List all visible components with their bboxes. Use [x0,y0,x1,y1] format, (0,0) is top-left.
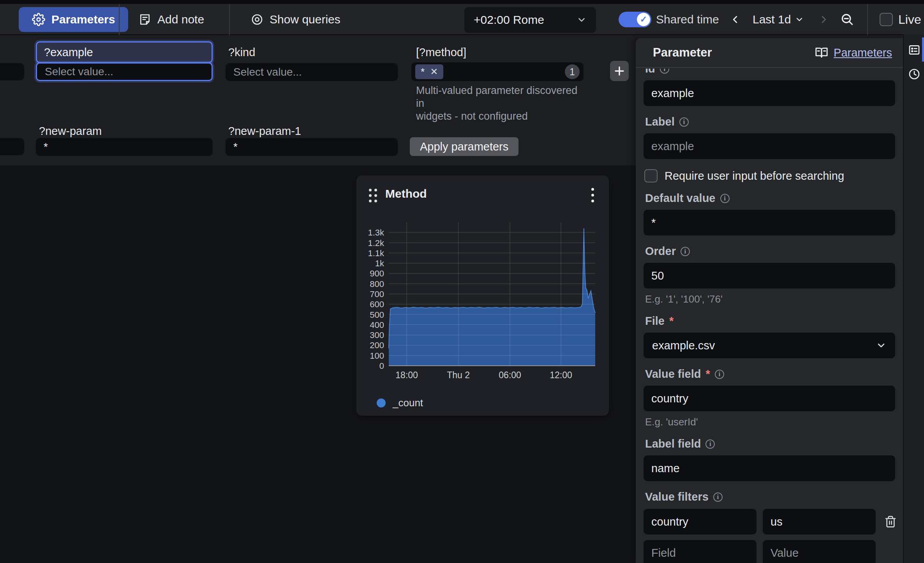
show-queries-button[interactable]: Show queries [251,4,340,35]
shared-time-label: Shared time [656,4,719,35]
svg-text:100: 100 [370,351,384,361]
chevron-down-icon [795,15,804,24]
chevron-left-icon [729,13,741,26]
delete-filter-button[interactable] [884,515,897,528]
svg-text:1.3k: 1.3k [368,228,384,237]
show-queries-label: Show queries [270,13,340,26]
parameters-link-label: Parameters [834,46,892,59]
timezone-select[interactable]: +02:00 Rome [464,7,596,33]
info-icon[interactable]: i [713,492,723,502]
param-method-multiselect[interactable]: * ✕ 1 [411,62,584,81]
file-select[interactable]: example.csv [644,333,895,358]
file-label: File * [645,315,894,328]
filter-value-input[interactable] [763,540,876,563]
default-value-input[interactable] [644,210,895,235]
time-back-button[interactable] [729,4,741,35]
toggle-check-icon: ✓ [637,13,650,26]
param-kind-label: ?kind [228,46,255,59]
gear-icon [32,13,45,26]
info-icon[interactable]: i [681,247,690,256]
value-field-hint: E.g. 'userId' [645,416,894,428]
svg-text:1.1k: 1.1k [368,248,384,258]
info-icon[interactable]: i [679,117,689,127]
method-warning-note: Multi-valued parameter discovered in wid… [416,84,584,123]
legend-item[interactable]: _count [377,397,423,409]
time-range-select[interactable]: Last 1d [753,4,804,35]
filter-value-input[interactable] [763,509,876,535]
clipped-param-input[interactable] [0,63,24,80]
param-example-select[interactable] [36,62,213,81]
legend-dot-icon [377,398,386,407]
clipped-param-input[interactable] [0,138,24,155]
value-field-input[interactable] [644,386,895,411]
label-field-name-label: Label field i [645,437,894,450]
param-new-param-1-label: ?new-param-1 [228,125,301,138]
toolbar-divider [119,4,120,35]
filter-field-input[interactable] [644,540,756,563]
add-parameter-button[interactable] [610,61,629,81]
require-input-checkbox[interactable] [644,169,658,182]
drag-handle-icon[interactable] [369,189,377,202]
add-note-label: Add note [157,13,204,26]
required-asterisk: * [669,315,674,328]
parameters-docs-link[interactable]: Parameters [815,46,892,59]
window-top-strip [0,0,924,4]
param-example-label[interactable]: ?example [36,41,213,63]
info-icon[interactable]: i [720,194,730,203]
apply-parameters-button[interactable]: Apply parameters [410,137,518,156]
info-icon[interactable]: i [715,370,724,379]
book-icon [815,46,828,59]
chevron-right-icon [818,13,830,26]
id-field-input[interactable] [644,80,895,106]
parameters-button[interactable]: Parameters [19,7,128,32]
chip-remove-icon[interactable]: ✕ [430,66,438,77]
form-panel-tab[interactable] [908,44,920,56]
info-icon[interactable]: i [705,439,715,449]
param-new-param-input[interactable] [36,138,213,156]
zoom-out-button[interactable] [840,4,855,35]
order-input[interactable] [644,263,895,289]
note-icon [139,13,151,26]
svg-text:200: 200 [370,340,384,350]
plus-icon [614,65,625,77]
svg-text:300: 300 [370,330,384,340]
parameter-sidebar: Parameter Parameters Id i Label i Requir… [636,38,903,563]
svg-text:18:00: 18:00 [395,370,418,380]
value-filters-label: Value filters i [645,490,894,503]
label-field-name-input[interactable] [644,455,895,481]
live-checkbox[interactable] [880,13,893,26]
require-input-row[interactable]: Require user input before searching [644,169,895,182]
svg-text:700: 700 [370,289,384,299]
chevron-down-icon [876,340,887,351]
svg-text:12:00: 12:00 [550,370,572,380]
history-panel-tab[interactable] [908,68,920,80]
sidebar-form: Id i Label i Require user input before s… [636,69,903,563]
param-kind-select[interactable] [226,63,398,81]
time-forward-button[interactable] [818,4,830,35]
dashboard-screen: Parameters Add note Show queries +02:00 … [0,0,924,563]
default-value-label: Default value i [645,192,894,205]
legend-label: _count [393,397,423,409]
method-value-chip[interactable]: * ✕ [415,64,443,79]
order-label: Order i [645,245,894,258]
clock-icon [908,68,920,80]
method-widget-panel: Method 18:00Thu 206:0012:000100200300400… [356,175,609,416]
svg-text:0: 0 [379,361,384,371]
live-toggle[interactable]: Live [880,4,921,35]
add-note-button[interactable]: Add note [139,4,204,35]
value-field-label: Value field * i [645,368,894,381]
filter-field-input[interactable] [644,509,756,535]
label-field-input[interactable] [644,133,895,159]
order-hint: E.g. '1', '100', '76' [645,293,894,305]
info-icon[interactable]: i [660,69,669,74]
svg-text:1.2k: 1.2k [368,238,384,248]
timezone-value: +02:00 Rome [474,13,544,27]
param-new-param-1-input[interactable] [226,138,398,156]
shared-time-toggle[interactable]: ✓ [619,12,651,27]
widget-menu-icon[interactable] [590,186,596,204]
file-select-value: example.csv [652,339,715,352]
required-asterisk: * [705,368,710,381]
area-chart[interactable]: 18:00Thu 206:0012:0001002003004005006007… [356,218,609,390]
widget-title: Method [385,187,427,200]
toolbar-divider [867,4,868,35]
